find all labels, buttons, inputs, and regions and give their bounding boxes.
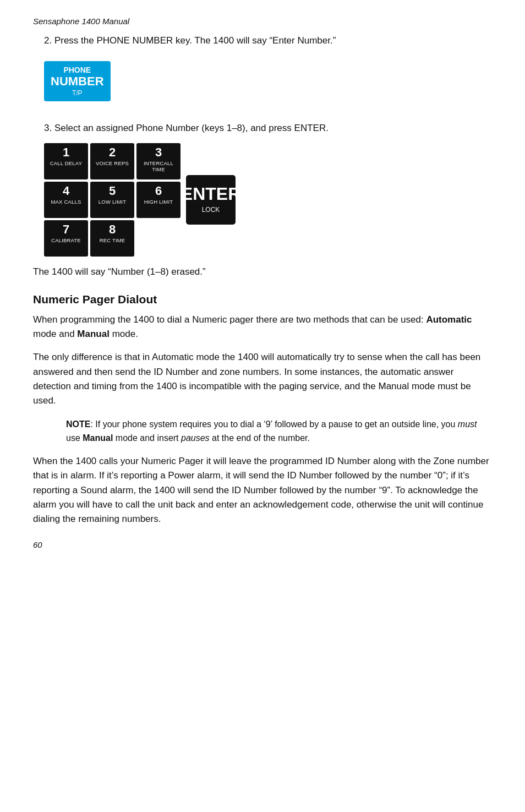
note-bold-manual: Manual [83, 433, 113, 443]
keypad-grid: 1 CALL DELAY 2 VOICE REPS 3 INTERCALL TI… [44, 143, 181, 257]
step-2-body: Press the PHONE NUMBER key. The 1400 wil… [54, 35, 336, 46]
note-label: NOTE [66, 419, 90, 429]
key-3: 3 INTERCALL TIME [136, 143, 181, 179]
manual-title: Sensaphone 1400 Manual [33, 17, 492, 26]
enter-key-wrap: ENTER LOCK [186, 175, 236, 225]
bold-manual: Manual [77, 329, 110, 339]
note-text2: use [66, 433, 83, 443]
phone-key-top: PHONE [51, 66, 104, 75]
page-number: 60 [33, 540, 492, 549]
key-1: 1 CALL DELAY [44, 143, 88, 179]
erased-text: The 1400 will say “Number (1–8) erased.” [33, 266, 492, 277]
para-1: When programming the 1400 to dial a Nume… [33, 313, 492, 342]
para-2: The only difference is that in Automatic… [33, 350, 492, 408]
phone-key-main: NUMBER [51, 74, 104, 89]
phone-number-key: PHONE NUMBER T/P [44, 61, 111, 102]
key-5: 5 LOW LIMIT [90, 182, 134, 218]
key-7: 7 CALIBRATE [44, 220, 88, 257]
step-2-text: 2. Press the PHONE NUMBER key. The 1400 … [44, 34, 492, 48]
note-text1: : If your phone system requires you to d… [90, 419, 457, 429]
step-2: 2. Press the PHONE NUMBER key. The 1400 … [44, 34, 492, 111]
note-text3: mode and insert [113, 433, 181, 443]
para-3: When the 1400 calls your Numeric Pager i… [33, 454, 492, 527]
keypad-container: 1 CALL DELAY 2 VOICE REPS 3 INTERCALL TI… [44, 143, 492, 257]
key-8: 8 REC TIME [90, 220, 134, 257]
bold-automatic: Automatic [426, 314, 472, 325]
enter-key: ENTER LOCK [186, 175, 236, 225]
step-3-body: Select an assigned Phone Number (keys 1–… [54, 123, 329, 133]
note-block: NOTE: If your phone system requires you … [66, 417, 492, 445]
note-italic-pauses: pauses [181, 433, 210, 443]
enter-key-sub: LOCK [202, 205, 220, 215]
step-3: 3. Select an assigned Phone Number (keys… [44, 121, 492, 257]
key-2: 2 VOICE REPS [90, 143, 134, 179]
note-text4: at the end of the number. [210, 433, 310, 443]
section-heading: Numeric Pager Dialout [33, 293, 492, 306]
key-6: 6 HIGH LIMIT [136, 182, 181, 218]
phone-key-sub: T/P [51, 89, 104, 97]
step-3-text: 3. Select an assigned Phone Number (keys… [44, 121, 492, 135]
note-italic-must: must [458, 419, 477, 429]
key-empty [136, 220, 181, 257]
enter-key-main: ENTER [181, 185, 240, 203]
key-4: 4 MAX CALLS [44, 182, 88, 218]
